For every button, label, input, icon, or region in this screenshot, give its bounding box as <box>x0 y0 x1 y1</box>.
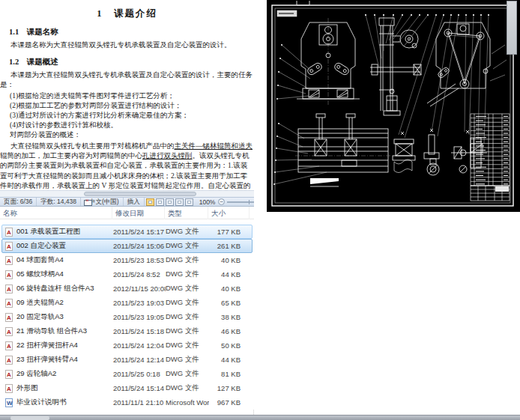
file-row[interactable]: 002 自定心装置2011/5/24 15:06DWG 文件261 KB <box>1 239 253 253</box>
doc-paragraph: 大直径辊筒双头镗孔专机主要用于对梳棉机产品中的主关件—锡林辊筒和道夫辊筒的加工，… <box>0 141 254 190</box>
file-list-header: 名称 修改日期 类型 大小 <box>0 207 254 219</box>
file-date-cell: 2011/5/25 0:18 <box>113 370 166 378</box>
file-type-cell: Microsoft Word ... <box>166 398 209 407</box>
cad-drawing-preview <box>267 0 520 212</box>
doc-task-item: (3)通过对所设计的方案进行对比分析来确定最佳的方案； <box>10 111 254 121</box>
word-document-page[interactable]: 1 课题介绍 1.1 课题名称 本课题名称为大直径辊筒双头镗孔专机承载装置及自定… <box>0 0 254 190</box>
file-size-cell: 967 KB <box>209 398 247 407</box>
file-size-cell: 38 KB <box>209 313 247 321</box>
file-date-cell: 2011/11/1 21:10 <box>113 398 166 407</box>
file-name-cell: 21 滑动导轨 组合件A3 <box>2 326 113 336</box>
status-right-group: 100% − <box>145 198 254 206</box>
dwg-file-icon <box>5 313 13 322</box>
desktop-split-view: 1 课题介绍 1.1 课题名称 本课题名称为大直径辊筒双头镗孔专机承载装置及自定… <box>0 0 520 420</box>
file-type-cell: DWG 文件 <box>166 369 209 379</box>
view-web-layout-button[interactable] <box>166 198 174 206</box>
doc-heading-1-2: 1.2 课题概述 <box>9 57 254 67</box>
file-name-text: 23 扭杆弹簧转臂A4 <box>16 355 78 365</box>
status-page-number[interactable]: 页面: 6/36 <box>0 198 37 206</box>
view-draft-button[interactable] <box>185 198 193 206</box>
column-header-name[interactable]: 名称 <box>0 207 112 219</box>
file-name-cell: 09 道夫辊筒A2 <box>2 298 113 308</box>
file-date-cell: 2011/5/24 15:14 <box>113 384 166 392</box>
file-size-cell: 261 KB <box>209 242 247 250</box>
scrollbar-thumb[interactable] <box>84 192 196 196</box>
doc-task-item: (4)对设计的参数进行计算和校核。 <box>10 121 254 130</box>
column-header-size[interactable]: 大小 <box>208 207 250 219</box>
word-file-icon <box>5 398 13 407</box>
file-row[interactable]: 外形图2011/5/24 15:14DWG 文件127 KB <box>1 381 253 395</box>
dwg-file-icon <box>5 384 13 393</box>
view-print-layout-button[interactable] <box>146 198 154 206</box>
cad-preview-pane <box>267 0 520 415</box>
view-outline-button[interactable] <box>175 198 184 206</box>
file-name-cell: 20 固定导轨A3 <box>2 312 113 322</box>
zoom-level-label[interactable]: 100% <box>199 198 216 206</box>
doc-text: 大直径辊筒双头镗孔专机主要用于对梳棉机产品中的 <box>10 142 175 150</box>
document-horizontal-scrollbar[interactable] <box>0 190 254 197</box>
doc-task-list: (1)根据给定的道夫辊筒零件图对零件进行工艺分析；(2)根据加工工艺的参数对两部… <box>0 91 254 131</box>
taskbar-edge-strip <box>0 415 520 420</box>
column-header-type[interactable]: 类型 <box>165 207 208 219</box>
file-size-cell: 44 KB <box>209 270 247 279</box>
file-type-cell: DWG 文件 <box>166 312 209 322</box>
file-date-cell: 2011/5/23 19:03 <box>113 299 166 307</box>
file-type-cell: DWG 文件 <box>166 227 209 237</box>
file-size-cell: 50 KB <box>209 341 247 350</box>
column-header-date-modified[interactable]: 修改日期 <box>112 207 165 219</box>
file-size-cell: 44 KB <box>209 356 247 364</box>
file-row[interactable]: 001 承载装置工程图2011/5/24 15:17DWG 文件177 KB <box>1 225 253 239</box>
file-explorer-list: 名称 修改日期 类型 大小 001 承载装置工程图2011/5/24 15:17… <box>0 207 254 410</box>
file-date-cell: 2011/5/23 18:53 <box>113 256 166 264</box>
dwg-file-icon <box>5 242 13 251</box>
status-word-count[interactable]: 字数: 14,438 <box>37 198 81 206</box>
file-name-text: 06 旋转盘连杆 组合件A3 <box>16 284 94 293</box>
file-size-cell: 81 KB <box>209 370 247 378</box>
file-name-text: 002 自定心装置 <box>16 241 66 251</box>
dwg-file-icon <box>5 356 13 365</box>
cad-drawing-image <box>267 0 520 212</box>
zoom-slider[interactable] <box>227 201 254 203</box>
file-row[interactable]: 21 滑动导轨 组合件A32011/5/24 15:18DWG 文件46 KB <box>1 324 253 338</box>
file-type-cell: DWG 文件 <box>166 326 209 336</box>
file-name-text: 05 螺纹球柄A4 <box>16 270 64 279</box>
file-type-cell: DWG 文件 <box>166 341 209 350</box>
file-row[interactable]: 22 扭杆弹簧扭杆A42011/5/24 12:04DWG 文件50 KB <box>1 338 253 353</box>
file-type-cell: DWG 文件 <box>166 355 209 365</box>
file-row[interactable]: 06 旋转盘连杆 组合件A32012/11/15 20:08DWG 文件40 K… <box>1 281 253 296</box>
doc-paragraph: 对两部分装置的概述： <box>10 130 254 140</box>
file-name-cell: 05 螺纹球柄A4 <box>2 270 113 279</box>
file-row[interactable]: 23 扭杆弹簧转臂A42011/5/24 12:14DWG 文件44 KB <box>1 353 253 367</box>
file-row[interactable]: 05 螺纹球柄A42011/5/24 8:52DWG 文件44 KB <box>1 267 253 281</box>
doc-chapter-title: 1 课题介绍 <box>0 7 254 20</box>
file-name-cell: 毕业设计说明书 <box>2 398 113 407</box>
doc-heading-1-1: 1.1 课题名称 <box>9 27 254 37</box>
dwg-file-icon <box>5 327 13 336</box>
file-type-cell: DWG 文件 <box>166 255 209 265</box>
cad-scrollbar-thumb[interactable] <box>507 1 517 55</box>
dwg-file-icon <box>5 341 13 350</box>
file-row[interactable]: 04 球面套筒A42011/5/23 18:53DWG 文件40 KB <box>1 253 253 267</box>
view-fullscreen-button[interactable] <box>156 198 164 206</box>
dwg-file-icon <box>5 270 13 279</box>
file-name-text: 毕业设计说明书 <box>16 398 67 407</box>
status-insert-mode[interactable]: 插入 <box>124 198 145 206</box>
doc-task-item: (1)根据给定的道夫辊筒零件图对零件进行工艺分析； <box>10 91 254 101</box>
file-row[interactable]: 09 道夫辊筒A22011/5/23 19:03DWG 文件65 KB <box>1 296 253 310</box>
doc-underlined-text: 主关件—锡林辊筒和道夫 <box>175 142 253 150</box>
file-name-cell: 04 球面套筒A4 <box>2 255 113 265</box>
file-row[interactable]: 20 固定导轨A32011/5/23 19:05DWG 文件38 KB <box>1 310 253 324</box>
dwg-file-icon <box>5 299 13 308</box>
file-date-cell: 2011/5/24 12:14 <box>113 356 166 364</box>
file-date-cell: 2012/11/15 20:08 <box>113 284 166 293</box>
file-type-cell: DWG 文件 <box>166 270 209 279</box>
file-size-cell: 65 KB <box>209 299 247 307</box>
file-name-text: 09 道夫辊筒A2 <box>16 298 64 308</box>
file-row[interactable]: 毕业设计说明书2011/11/1 21:10Microsoft Word ...… <box>1 395 253 410</box>
file-date-cell: 2011/5/24 15:06 <box>113 242 166 250</box>
file-row[interactable]: 29 齿轮轴A22011/5/25 0:18DWG 文件81 KB <box>1 367 253 381</box>
zoom-out-button[interactable]: − <box>218 198 225 205</box>
file-size-cell: 40 KB <box>209 256 247 264</box>
file-name-text: 21 滑动导轨 组合件A3 <box>16 326 87 336</box>
file-name-text: 29 齿轮轴A2 <box>16 369 56 379</box>
